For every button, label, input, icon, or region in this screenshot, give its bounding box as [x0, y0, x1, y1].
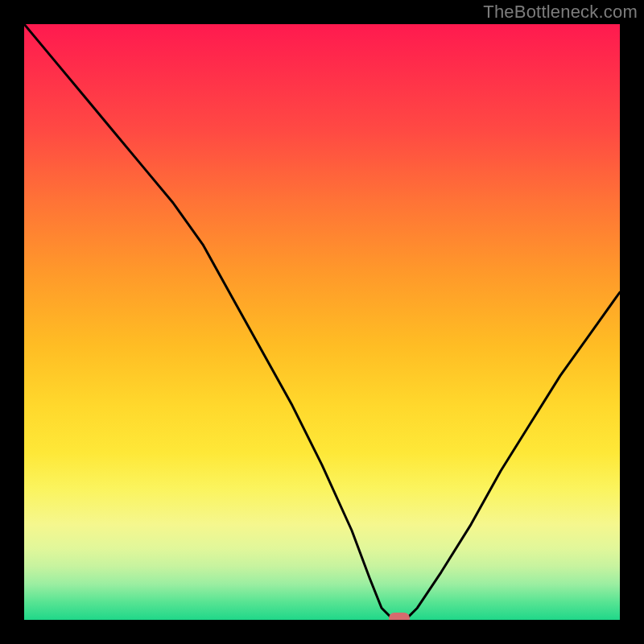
minimum-marker — [389, 613, 410, 620]
chart-frame: TheBottleneck.com — [0, 0, 644, 644]
plot-area — [24, 24, 620, 620]
bottleneck-curve — [24, 24, 620, 620]
watermark-text: TheBottleneck.com — [483, 2, 638, 23]
